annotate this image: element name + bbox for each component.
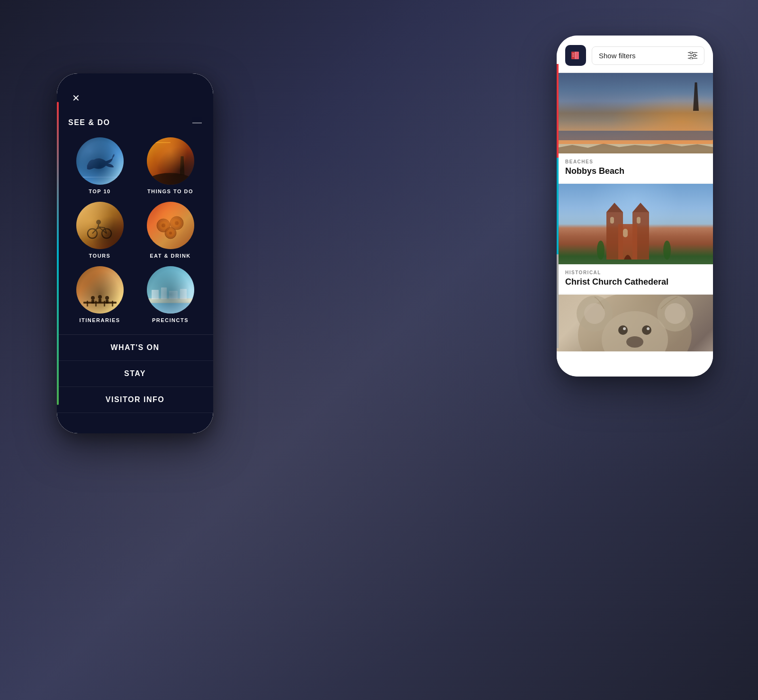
filter-icon <box>688 52 697 59</box>
svg-point-40 <box>690 57 693 60</box>
border-gray <box>557 254 559 348</box>
svg-point-1 <box>102 229 111 238</box>
svg-point-38 <box>690 52 693 54</box>
circle-precincts <box>147 266 194 314</box>
svg-point-3 <box>157 219 170 232</box>
card-title-nobbys: Nobbys Beach <box>565 166 704 176</box>
svg-rect-27 <box>169 291 178 299</box>
nav-item-visitorinfo[interactable]: VISITOR INFO <box>57 387 213 413</box>
menu-item-thingstodo[interactable]: THINGS TO DO <box>139 137 202 194</box>
nav-label-visitorinfo: VISITOR INFO <box>106 395 164 404</box>
water-ripple <box>81 177 119 178</box>
cliff-base <box>147 173 194 185</box>
precincts-overlay <box>147 266 194 314</box>
svg-rect-29 <box>571 52 575 59</box>
right-topbar: Show filters <box>557 36 713 73</box>
menu-item-top10[interactable]: TOP 10 <box>68 137 131 194</box>
svg-point-19 <box>98 295 102 299</box>
left-phone: ✕ SEE & DO — <box>57 73 213 433</box>
svg-point-55 <box>665 303 686 324</box>
nav-item-stay[interactable]: STAY <box>57 361 213 387</box>
show-filters-label: Show filters <box>599 52 636 60</box>
svg-rect-15 <box>104 301 105 306</box>
card-image-koala <box>557 295 713 351</box>
circle-top10 <box>76 137 124 185</box>
card-image-church <box>557 184 713 264</box>
lighthouse-silhouette <box>180 156 185 175</box>
border-red <box>557 64 559 158</box>
right-phone-border <box>557 64 559 348</box>
ocean-band <box>557 131 713 140</box>
menu-item-precincts[interactable]: PRECINCTS <box>139 266 202 323</box>
svg-point-7 <box>172 219 181 227</box>
menu-item-tours[interactable]: TOURS <box>68 202 131 259</box>
pastry-pattern <box>147 202 194 249</box>
svg-rect-23 <box>147 302 194 314</box>
svg-point-54 <box>584 303 605 324</box>
card-koala[interactable] <box>557 295 713 351</box>
svg-rect-12 <box>83 302 117 304</box>
menu-label-eatdrink: EAT & DRINK <box>150 253 191 259</box>
map-icon-box[interactable] <box>565 45 586 66</box>
section-title-text: SEE & DO <box>68 118 110 127</box>
menu-label-itineraries: ITINERARIES <box>79 317 120 323</box>
svg-point-60 <box>623 327 626 330</box>
svg-point-8 <box>175 221 179 225</box>
whale-icon <box>84 154 115 171</box>
scene: ✕ SEE & DO — <box>0 0 758 700</box>
menu-label-tours: TOURS <box>89 253 111 259</box>
svg-point-10 <box>167 229 174 237</box>
menu-label-precincts: PRECINCTS <box>152 317 189 323</box>
svg-marker-45 <box>632 203 649 212</box>
svg-point-58 <box>618 325 628 335</box>
card-christ-church[interactable]: HISTORICAL Christ Church Cathederal <box>557 184 713 294</box>
see-do-section: SEE & DO — <box>57 113 213 130</box>
svg-rect-47 <box>637 217 641 224</box>
svg-point-59 <box>642 325 651 335</box>
menu-item-itineraries[interactable]: ITINERARIES <box>68 266 131 323</box>
pastry-icon <box>154 211 187 240</box>
horizon-glow <box>154 142 171 143</box>
people-jetty-icon <box>81 287 119 306</box>
svg-point-39 <box>694 54 696 57</box>
left-phone-header: ✕ <box>57 73 213 113</box>
right-phone-inner: Show filters <box>557 36 713 377</box>
svg-rect-30 <box>575 52 579 59</box>
card-image-nobbys <box>557 73 713 153</box>
card-nobbys-beach[interactable]: BEACHES Nobbys Beach <box>557 73 713 183</box>
menu-label-top10: TOP 10 <box>89 188 111 194</box>
svg-point-61 <box>647 327 650 330</box>
nav-label-whatson: WHAT'S ON <box>110 343 159 352</box>
svg-marker-44 <box>606 203 623 212</box>
nav-item-whatson[interactable]: WHAT'S ON <box>57 335 213 361</box>
svg-rect-25 <box>152 290 159 299</box>
bottom-nav: WHAT'S ON STAY VISITOR INFO <box>57 334 213 413</box>
precincts-icon <box>147 285 194 314</box>
menu-item-eatdrink[interactable]: EAT & DRINK <box>139 202 202 259</box>
right-phone: Show filters <box>557 36 713 377</box>
close-button[interactable]: ✕ <box>68 90 83 106</box>
collapse-icon[interactable]: — <box>192 117 202 128</box>
svg-point-57 <box>626 336 643 348</box>
svg-rect-16 <box>112 301 113 306</box>
circle-eatdrink <box>147 202 194 249</box>
svg-rect-46 <box>610 217 614 224</box>
cyclist-icon <box>87 218 113 240</box>
svg-rect-14 <box>95 301 97 306</box>
svg-rect-18 <box>91 300 94 304</box>
content-list: BEACHES Nobbys Beach <box>557 73 713 377</box>
card-category-church: HISTORICAL <box>565 270 704 275</box>
koala-image <box>557 295 713 351</box>
card-info-nobbys: BEACHES Nobbys Beach <box>557 153 713 183</box>
svg-point-9 <box>165 227 176 239</box>
svg-point-5 <box>162 224 165 227</box>
svg-point-17 <box>91 296 95 300</box>
card-info-church: HISTORICAL Christ Church Cathederal <box>557 264 713 294</box>
circle-tours <box>76 202 124 249</box>
show-filters-button[interactable]: Show filters <box>592 46 704 65</box>
svg-point-21 <box>105 296 109 300</box>
svg-point-49 <box>597 241 605 260</box>
circle-things <box>147 137 194 185</box>
svg-point-50 <box>663 241 671 260</box>
svg-rect-20 <box>99 299 101 303</box>
